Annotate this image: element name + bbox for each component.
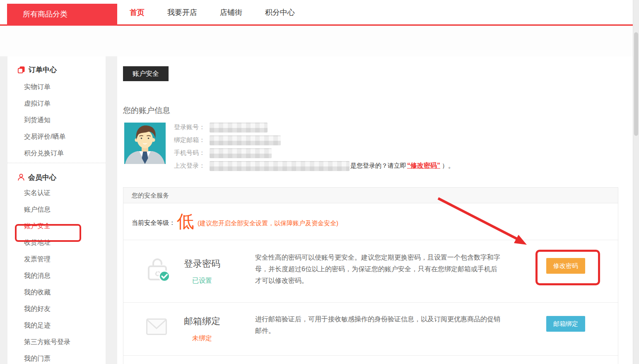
- info-line-bound-email: 绑定邮箱：: [174, 134, 454, 147]
- main-nav: 首页 我要开店 店铺街 积分中心: [130, 0, 295, 24]
- service-status: 未绑定: [176, 334, 228, 343]
- last-login-suffix: ）。: [442, 162, 454, 170]
- service-title: 登录密码: [176, 258, 228, 270]
- sidebar-item-messages[interactable]: 我的消息: [7, 268, 106, 284]
- nav-points-center[interactable]: 积分中心: [265, 7, 295, 17]
- sidebar-item-physical-orders[interactable]: 实物订单: [7, 79, 106, 95]
- field-label: 登录账号：: [174, 123, 209, 131]
- sidebar-order-list: 实物订单 虚拟订单 到货通知 交易评价/晒单 积分兑换订单: [7, 79, 106, 162]
- sidebar-item-favorites[interactable]: 我的收藏: [7, 284, 106, 301]
- masked-value: [210, 123, 268, 133]
- sidebar-item-account-security[interactable]: 账户安全: [7, 218, 106, 234]
- sidebar-item-account-info[interactable]: 账户信息: [7, 201, 106, 218]
- main-panel: 账户安全 您的账户信息 登录账号： 绑定邮箱：: [117, 56, 633, 364]
- sidebar-item-footprints[interactable]: 我的足迹: [7, 317, 106, 334]
- email-binding-button[interactable]: 邮箱绑定: [546, 316, 585, 332]
- service-title: 邮箱绑定: [176, 315, 228, 328]
- service-description: 安全性高的密码可以使账号更安全。建议您定期更换密码，且设置一个包含数字和字母，并…: [255, 252, 504, 287]
- sidebar-section-member-center: 会员中心: [7, 172, 106, 182]
- sidebar-item-arrival-notice[interactable]: 到货通知: [7, 112, 106, 128]
- security-panel-title: 您的安全服务: [123, 188, 618, 203]
- member-icon: [17, 174, 25, 181]
- masked-value: [210, 161, 350, 171]
- masked-value: [210, 135, 281, 145]
- info-line-last-login: 上次登录： 是您登录的？请立即 “修改密码” ）。: [174, 159, 454, 172]
- sidebar-section-title: 订单中心: [29, 65, 57, 75]
- service-row-email-binding: 邮箱绑定 未绑定 进行邮箱验证后，可用于接收敏感操作的身份验证信息，以及订阅更优…: [123, 303, 618, 356]
- page: 所有商品分类 首页 我要开店 店铺街 积分中心 首页 > 用户中心 > 账户安全: [0, 0, 639, 364]
- breadcrumb-strip: 首页 > 用户中心 > 账户安全: [0, 26, 639, 56]
- order-icon: [17, 66, 25, 74]
- security-level-row: 当前安全等级： 低 (建议您开启全部安全设置，以保障账户及资金安全): [123, 203, 618, 240]
- sidebar-item-shipping-address[interactable]: 收货地址: [7, 234, 106, 251]
- scrollbar-track: [633, 0, 639, 364]
- sidebar-member-list: 实名认证 账户信息 账户安全 收货地址 发票管理 我的消息 我的收藏 我的好友 …: [7, 185, 106, 364]
- service-title-block: 登录密码 已设置: [176, 258, 228, 285]
- account-info-heading: 您的账户信息: [123, 105, 170, 116]
- sidebar-item-virtual-orders[interactable]: 虚拟订单: [7, 95, 106, 112]
- service-status: 已设置: [176, 277, 228, 285]
- mail-icon: [146, 318, 167, 335]
- security-services-panel: 您的安全服务 当前安全等级： 低 (建议您开启全部安全设置，以保障账户及资金安全…: [123, 187, 618, 364]
- avatar: [124, 123, 166, 164]
- security-level-note: (建议您开启全部安全设置，以保障账户及资金安全): [198, 219, 338, 227]
- sidebar-item-reviews[interactable]: 交易评价/晒单: [7, 128, 106, 145]
- field-label: 上次登录：: [174, 162, 209, 170]
- nav-open-shop[interactable]: 我要开店: [167, 7, 197, 17]
- field-label: 绑定邮箱：: [174, 136, 209, 144]
- service-description: 进行邮箱验证后，可用于接收敏感操作的身份验证信息，以及订阅更优惠商品的促销邮件。: [255, 313, 504, 337]
- security-level-value: 低: [177, 213, 194, 230]
- sidebar: 订单中心 实物订单 虚拟订单 到货通知 交易评价/晒单 积分兑换订单 会员中心 …: [7, 56, 106, 364]
- sidebar-item-real-name[interactable]: 实名认证: [7, 185, 106, 201]
- sidebar-section-order-center: 订单中心: [7, 65, 106, 75]
- service-row-login-password: 登录密码 已设置 安全性高的密码可以使账号更安全。建议您定期更换密码，且设置一个…: [123, 240, 618, 303]
- security-level-label: 当前安全等级：: [132, 219, 175, 227]
- info-line-phone: 手机号码：: [174, 147, 454, 159]
- scrollbar-thumb[interactable]: [634, 32, 638, 136]
- all-categories-button[interactable]: 所有商品分类: [7, 4, 117, 26]
- tab-account-security[interactable]: 账户安全: [123, 66, 169, 81]
- top-header: 所有商品分类 首页 我要开店 店铺街 积分中心: [0, 0, 639, 26]
- sidebar-section-title: 会员中心: [28, 173, 56, 182]
- sidebar-item-points-orders[interactable]: 积分兑换订单: [7, 145, 106, 162]
- lock-icon: [146, 257, 172, 282]
- account-info-block: 登录账号： 绑定邮箱： 手机号码： 上次登录： 是您登录的？请立即 “修改密码”…: [174, 121, 454, 172]
- field-label: 手机号码：: [174, 149, 209, 157]
- nav-home[interactable]: 首页: [130, 7, 145, 17]
- service-title-block: 邮箱绑定 未绑定: [176, 315, 228, 343]
- change-password-link[interactable]: “修改密码”: [407, 162, 440, 170]
- last-login-text: 是您登录的？请立即: [350, 162, 406, 170]
- sidebar-item-invoice[interactable]: 发票管理: [7, 251, 106, 268]
- info-line-login-account: 登录账号：: [174, 121, 454, 134]
- sidebar-item-tickets[interactable]: 我的门票: [7, 350, 106, 364]
- sidebar-item-third-party-login[interactable]: 第三方账号登录: [7, 334, 106, 350]
- masked-value: [210, 148, 272, 158]
- sidebar-item-friends[interactable]: 我的好友: [7, 301, 106, 317]
- nav-shop-street[interactable]: 店铺街: [220, 7, 242, 17]
- sidebar-divider: [7, 163, 106, 163]
- change-password-button[interactable]: 修改密码: [546, 258, 585, 274]
